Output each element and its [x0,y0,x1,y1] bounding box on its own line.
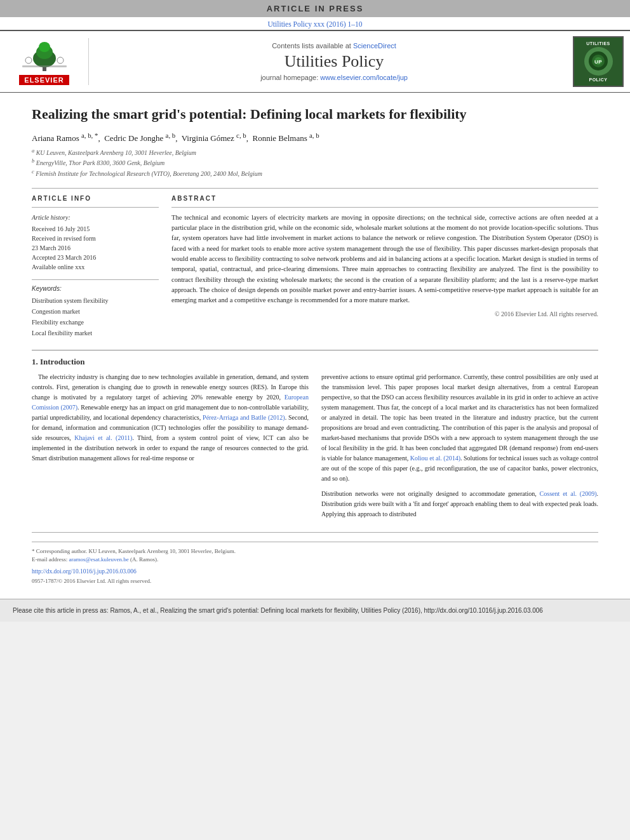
body-left-col: The electricity industry is changing due… [32,372,309,524]
body-right-col: preventive actions to ensure optimal gri… [321,372,598,524]
svg-text:UP: UP [594,59,601,65]
perez-link[interactable]: Pérez-Arriaga and Batlle (2012) [203,414,285,421]
keywords-divider [32,279,159,280]
abstract-text: The technical and economic layers of ele… [171,213,598,305]
journal-center-info: Contents lists available at ScienceDirec… [95,42,573,81]
history-received: Received 16 July 2015 [32,224,159,234]
affil-sup2: a, b [166,131,176,139]
up-logo-inner: UTILITIES UP POLICY [574,37,622,86]
journal-header: ELSEVIER Contents lists available at Sci… [0,30,630,93]
article-info-abstract-section: ARTICLE INFO Article history: Received 1… [32,195,598,338]
affiliations: a KU Leuven, Kasteelpark Arenberg 10, 30… [32,147,598,178]
keyword-2: Congestion market [32,306,159,317]
sciencedirect-link[interactable]: ScienceDirect [353,42,396,50]
affil-sup4: a, b [309,131,319,139]
header-divider [32,188,598,189]
copyright-line: © 2016 Elsevier Ltd. All rights reserved… [171,310,598,317]
koliou-link[interactable]: Koliou et al. (2014) [410,455,460,462]
footnote-divider [32,542,598,542]
keyword-3: Flexibility exchange [32,317,159,328]
doi-line[interactable]: http://dx.doi.org/10.1016/j.jup.2016.03.… [32,567,598,576]
abstract-col: ABSTRACT The technical and economic laye… [171,195,598,338]
journal-title: Utilities Policy [95,52,573,71]
homepage-text: journal homepage: [260,74,318,81]
svg-point-4 [25,57,32,63]
article-info-heading: ARTICLE INFO [32,195,159,202]
history-revised-date: 23 March 2016 [32,243,159,253]
keyword-4: Local flexibility market [32,328,159,338]
keywords-section: Keywords: Distribution system flexibilit… [32,279,159,338]
intro-para-1: The electricity industry is changing due… [32,372,309,463]
body-two-col: The electricity industry is changing due… [32,372,598,524]
affil-sup3: c, b [236,131,246,139]
main-content: Realizing the smart grid's potential: De… [0,93,630,599]
journal-ref-line: Utilities Policy xxx (2016) 1–10 [0,17,630,30]
footnotes-section: * Corresponding author. KU Leuven, Kaste… [32,532,598,586]
authors-line: Ariana Ramos a, b, *, Cedric De Jonghe a… [32,131,598,143]
svg-rect-6 [22,65,67,67]
intro-title: Introduction [40,357,85,366]
article-info-col: ARTICLE INFO Article history: Received 1… [32,195,159,338]
intro-para-right-2: Distribution networks were not originall… [321,489,598,519]
article-in-press-banner: ARTICLE IN PRESS [0,0,630,17]
bottom-citation-bar: Please cite this article in press as: Ra… [0,599,630,622]
info-divider [32,207,159,208]
svg-point-3 [39,42,50,52]
affiliation-a: a KU Leuven, Kasteelpark Arenberg 10, 30… [32,147,598,157]
email-line: E-mail address: aramos@esat.kuleuven.be … [32,556,598,564]
corresponding-note: * Corresponding author. KU Leuven, Kaste… [32,547,598,556]
affiliation-c: c Flemish Institute for Technological Re… [32,168,598,178]
keywords-list: Distribution system flexibility Congesti… [32,295,159,338]
up-circle-icon: UP [587,50,610,72]
abstract-heading: ABSTRACT [171,195,598,202]
article-history: Article history: Received 16 July 2015 R… [32,213,159,272]
history-accepted: Accepted 23 March 2016 [32,253,159,262]
svg-point-5 [57,57,64,63]
main-section-divider [32,350,598,350]
history-revised-label: Received in revised form [32,234,159,243]
article-title: Realizing the smart grid's potential: De… [32,105,598,124]
elsevier-logo: ELSEVIER [6,38,89,85]
history-label: Article history: [32,213,159,223]
elsevier-label: ELSEVIER [19,75,69,85]
issn-line: 0957-1787/© 2016 Elsevier Ltd. All right… [32,577,598,586]
intro-heading: 1. Introduction [32,357,598,367]
affiliation-b: b EnergyVille, Thor Park 8300, 3600 Genk… [32,157,598,168]
contents-available-line: Contents lists available at ScienceDirec… [95,42,573,50]
history-online: Available online xxx [32,262,159,272]
journal-homepage: journal homepage: www.elsevier.com/locat… [95,74,573,81]
elsevier-tree-icon [16,38,73,73]
homepage-url[interactable]: www.elsevier.com/locate/jup [320,74,408,81]
intro-number: 1. [32,357,38,366]
keywords-label: Keywords: [32,285,159,292]
email-label: E-mail address: [32,556,67,563]
abstract-divider [171,207,598,208]
cossent-link[interactable]: Cossent et al. (2009) [540,490,597,497]
ec-link[interactable]: European Comission (2007) [32,394,309,411]
utilities-policy-logo: UTILITIES UP POLICY [573,36,624,87]
contents-text: Contents lists available at [272,42,351,50]
affil-sup: a, b, * [81,131,98,139]
intro-para-right-1: preventive actions to ensure optimal gri… [321,372,598,484]
khajavi-link[interactable]: Khajavi et al. (2011) [74,434,132,441]
email-address[interactable]: aramos@esat.kuleuven.be [69,556,128,563]
keyword-1: Distribution system flexibility [32,295,159,306]
up-logo-circle: UP [584,47,613,76]
email-suffix: (A. Ramos). [130,556,158,563]
